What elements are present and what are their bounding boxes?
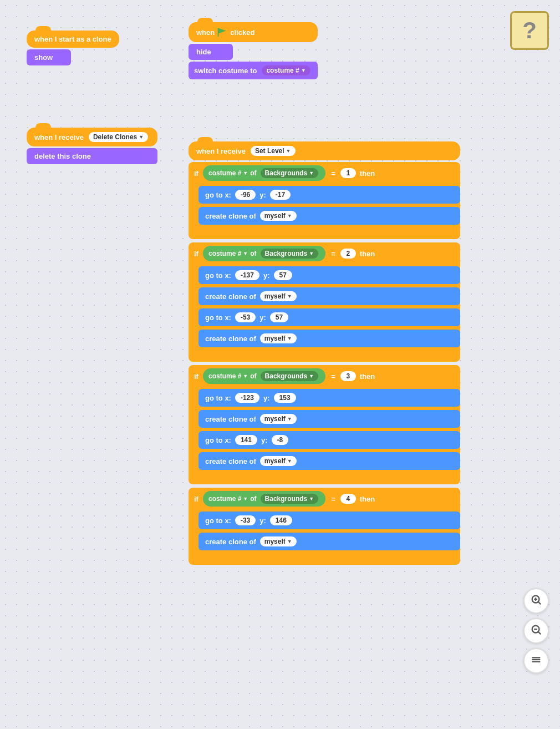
zoom-out-button[interactable] — [523, 618, 549, 644]
y-val-1-1[interactable]: -17 — [270, 190, 291, 200]
goto-label-3-1: go to x: — [205, 394, 231, 402]
myself-dropdown-1-1[interactable]: myself ▼ — [260, 211, 297, 221]
clone-block-1-1[interactable]: create clone of myself ▼ — [198, 207, 460, 225]
y-val-4-1[interactable]: 146 — [270, 515, 292, 525]
clone-block-3-2[interactable]: create clone of myself ▼ — [198, 452, 460, 470]
myself-arrow-2-2: ▼ — [287, 336, 292, 341]
value-oval-1[interactable]: 1 — [340, 168, 356, 178]
y-label-2-2: y: — [259, 313, 266, 322]
y-val-3-1[interactable]: 153 — [274, 393, 296, 403]
myself-dropdown-2-2[interactable]: myself ▼ — [260, 333, 297, 343]
backgrounds-dropdown-3[interactable]: Backgrounds ▼ — [261, 371, 319, 381]
when-receive-delete-clones-hat[interactable]: when I receive Delete Clones ▼ — [27, 128, 157, 146]
show-label: show — [34, 53, 53, 62]
sensor-3[interactable]: costume # ▼ of Backgrounds ▼ — [203, 368, 325, 384]
costume-hash-arrow-3: ▼ — [243, 373, 248, 379]
equals-3: = — [331, 372, 335, 381]
x-num-4-1: -33 — [241, 517, 250, 524]
myself-dropdown-2-1[interactable]: myself ▼ — [260, 291, 297, 301]
myself-label-3-2: myself — [264, 457, 286, 465]
svg-marker-0 — [218, 28, 226, 34]
if-body-4: go to x: -33 y: 146 create clone of myse… — [198, 510, 460, 554]
if-header-3: if costume # ▼ of Backgrounds ▼ = 3 then — [189, 365, 460, 387]
if-footer-1 — [189, 228, 460, 235]
equals-1: = — [331, 169, 335, 178]
show-block[interactable]: show — [27, 49, 71, 65]
script-group-set-level: when I receive Set Level ▼ if costume # … — [189, 141, 460, 566]
backgrounds-arrow-3: ▼ — [309, 373, 314, 379]
of-label-1: of — [250, 169, 256, 177]
clone-block-4-1[interactable]: create clone of myself ▼ — [198, 533, 460, 550]
when-label: when — [196, 28, 215, 37]
myself-dropdown-3-2[interactable]: myself ▼ — [260, 456, 297, 466]
costume-hash-2: costume # — [208, 250, 241, 257]
when-start-as-clone-hat[interactable]: when I start as a clone — [27, 31, 119, 48]
then-label-1: then — [360, 169, 375, 178]
goto-block-3-1[interactable]: go to x: -123 y: 153 — [198, 389, 460, 407]
costume-hash-4: costume # — [208, 495, 241, 503]
costume-hash-arrow-2: ▼ — [243, 251, 248, 256]
sensor-2[interactable]: costume # ▼ of Backgrounds ▼ — [203, 246, 325, 261]
value-3: 3 — [346, 372, 350, 380]
backgrounds-label-3: Backgrounds — [265, 372, 308, 380]
x-val-2-2[interactable]: -53 — [235, 312, 256, 322]
value-oval-3[interactable]: 3 — [340, 371, 356, 381]
x-val-3-2[interactable]: 141 — [235, 435, 257, 445]
x-num-2-2: -53 — [241, 313, 250, 321]
delete-this-clone-block[interactable]: delete this clone — [27, 148, 157, 164]
y-num-2-2: 57 — [276, 313, 283, 321]
sensor-1[interactable]: costume # ▼ of Backgrounds ▼ — [203, 165, 325, 181]
myself-dropdown-3-1[interactable]: myself ▼ — [260, 414, 297, 424]
zoom-fit-icon — [530, 654, 542, 669]
create-clone-label-1-1: create clone of — [205, 212, 256, 220]
goto-block-4-1[interactable]: go to x: -33 y: 146 — [198, 512, 460, 529]
myself-arrow-2-1: ▼ — [287, 293, 292, 299]
backgrounds-dropdown-1[interactable]: Backgrounds ▼ — [261, 168, 319, 178]
goto-block-2-1[interactable]: go to x: -137 y: 57 — [198, 266, 460, 284]
when-i-receive-label: when I receive — [34, 133, 84, 141]
zoom-in-button[interactable] — [523, 588, 549, 614]
zoom-fit-button[interactable] — [523, 648, 549, 674]
backgrounds-dropdown-4[interactable]: Backgrounds ▼ — [261, 494, 319, 504]
goto-block-3-2[interactable]: go to x: 141 y: -8 — [198, 431, 460, 449]
clone-block-3-1[interactable]: create clone of myself ▼ — [198, 410, 460, 428]
y-val-2-2[interactable]: 57 — [270, 312, 288, 322]
clone-block-2-1[interactable]: create clone of myself ▼ — [198, 287, 460, 305]
delete-clones-dropdown[interactable]: Delete Clones ▼ — [89, 132, 148, 142]
x-val-3-1[interactable]: -123 — [235, 393, 259, 403]
x-val-4-1[interactable]: -33 — [235, 515, 256, 525]
goto-label-3-2: go to x: — [205, 436, 231, 444]
question-mark-box: ? — [510, 11, 549, 50]
if-footer-2 — [189, 351, 460, 357]
of-label-3: of — [250, 372, 256, 380]
value-oval-4[interactable]: 4 — [340, 494, 356, 504]
if-label-1: if — [194, 169, 198, 178]
y-val-2-1[interactable]: 57 — [274, 270, 292, 280]
goto-block-2-2[interactable]: go to x: -53 y: 57 — [198, 308, 460, 326]
create-clone-label-3-1: create clone of — [205, 415, 256, 423]
value-oval-2[interactable]: 2 — [340, 249, 356, 259]
when-receive-set-level-hat[interactable]: when I receive Set Level ▼ — [189, 141, 460, 160]
if-header-1: if costume # ▼ of Backgrounds ▼ = 1 then — [189, 162, 460, 184]
when-flag-clicked-hat[interactable]: when clicked — [189, 22, 318, 42]
costume-hash-arrow-4: ▼ — [243, 496, 248, 502]
then-label-4: then — [360, 495, 375, 503]
hide-block[interactable]: hide — [189, 44, 233, 60]
x-val-1-1[interactable]: -96 — [235, 190, 256, 200]
if-block-3: if costume # ▼ of Backgrounds ▼ = 3 then… — [189, 365, 460, 484]
goto-block-1-1[interactable]: go to x: -96 y: -17 — [198, 186, 460, 204]
myself-arrow-4-1: ▼ — [287, 539, 292, 544]
if-header-4: if costume # ▼ of Backgrounds ▼ = 4 then — [189, 488, 460, 510]
of-label-4: of — [250, 495, 256, 503]
set-level-label: Set Level — [255, 147, 284, 155]
set-level-dropdown[interactable]: Set Level ▼ — [251, 146, 296, 156]
switch-costume-block[interactable]: switch costume to costume # ▼ — [189, 62, 318, 79]
costume-dropdown[interactable]: costume # ▼ — [262, 65, 310, 75]
x-val-2-1[interactable]: -137 — [235, 270, 259, 280]
backgrounds-dropdown-2[interactable]: Backgrounds ▼ — [261, 249, 319, 259]
clone-block-2-2[interactable]: create clone of myself ▼ — [198, 330, 460, 347]
costume-hash-3: costume # — [208, 372, 241, 380]
myself-dropdown-4-1[interactable]: myself ▼ — [260, 536, 297, 546]
sensor-4[interactable]: costume # ▼ of Backgrounds ▼ — [203, 491, 325, 507]
y-val-3-2[interactable]: -8 — [272, 435, 289, 445]
